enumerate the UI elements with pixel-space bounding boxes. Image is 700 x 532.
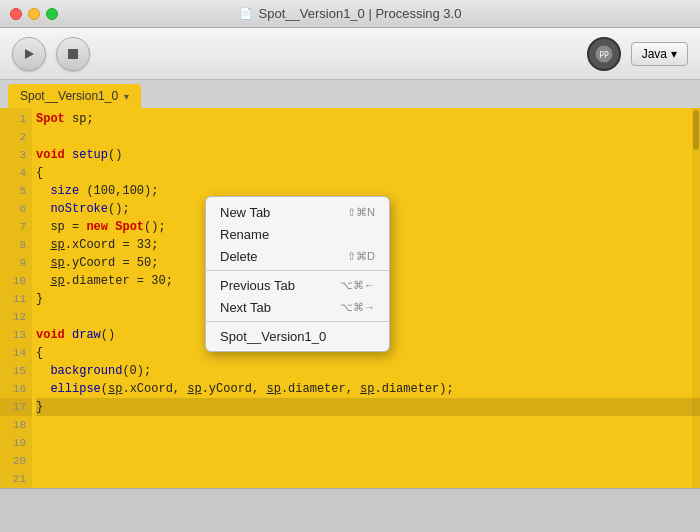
stop-button[interactable] [56, 37, 90, 71]
menu-item-previous-tab[interactable]: Previous Tab ⌥⌘← [206, 274, 389, 296]
svg-text:PP: PP [599, 51, 609, 60]
scrollbar[interactable] [692, 108, 700, 488]
line-numbers: 1 2 3 4 5 6 7 8 9 10 11 12 13 14 15 16 1… [0, 108, 32, 488]
code-line: { [36, 164, 700, 182]
java-label: Java [642, 47, 667, 61]
tab-dropdown-arrow[interactable]: ▾ [124, 91, 129, 102]
code-line [36, 416, 700, 434]
menu-label: Rename [220, 227, 269, 242]
menu-item-rename[interactable]: Rename [206, 223, 389, 245]
code-line: } [36, 398, 700, 416]
title-bar: 📄 Spot__Version1_0 | Processing 3.0 [0, 0, 700, 28]
menu-shortcut: ⌥⌘← [340, 279, 375, 292]
menu-item-delete[interactable]: Delete ⇧⌘D [206, 245, 389, 267]
run-button[interactable] [12, 37, 46, 71]
menu-shortcut: ⇧⌘D [347, 250, 375, 263]
code-line [36, 452, 700, 470]
menu-label: New Tab [220, 205, 270, 220]
code-line [36, 434, 700, 452]
close-button[interactable] [10, 8, 22, 20]
chevron-down-icon: ▾ [671, 47, 677, 61]
code-line [36, 128, 700, 146]
svg-marker-0 [25, 49, 34, 59]
file-icon: 📄 [239, 7, 253, 20]
menu-divider [206, 321, 389, 322]
minimize-button[interactable] [28, 8, 40, 20]
menu-divider [206, 270, 389, 271]
menu-shortcut: ⇧⌘N [347, 206, 375, 219]
code-line [36, 470, 700, 488]
menu-shortcut: ⌥⌘→ [340, 301, 375, 314]
java-mode-button[interactable]: Java ▾ [631, 42, 688, 66]
editor[interactable]: 1 2 3 4 5 6 7 8 9 10 11 12 13 14 15 16 1… [0, 108, 700, 488]
code-line: Spot sp; [36, 110, 700, 128]
window-title: 📄 Spot__Version1_0 | Processing 3.0 [239, 6, 462, 21]
tab-label: Spot__Version1_0 [20, 89, 118, 103]
menu-label: Next Tab [220, 300, 271, 315]
menu-item-spot-version[interactable]: Spot__Version1_0 [206, 325, 389, 347]
menu-label: Previous Tab [220, 278, 295, 293]
menu-label: Delete [220, 249, 258, 264]
active-tab[interactable]: Spot__Version1_0 ▾ [8, 84, 141, 108]
menu-label: Spot__Version1_0 [220, 329, 326, 344]
code-line: void setup() [36, 146, 700, 164]
menu-item-new-tab[interactable]: New Tab ⇧⌘N [206, 201, 389, 223]
menu-item-next-tab[interactable]: Next Tab ⌥⌘→ [206, 296, 389, 318]
context-menu: New Tab ⇧⌘N Rename Delete ⇧⌘D Previous T… [205, 196, 390, 352]
pp-icon[interactable]: PP [587, 37, 621, 71]
svg-rect-1 [68, 49, 78, 59]
toolbar: PP Java ▾ [0, 28, 700, 80]
maximize-button[interactable] [46, 8, 58, 20]
code-line: ellipse(sp.xCoord, sp.yCoord, sp.diamete… [36, 380, 700, 398]
traffic-lights[interactable] [0, 8, 58, 20]
title-label: Spot__Version1_0 | Processing 3.0 [259, 6, 462, 21]
bottom-bar [0, 488, 700, 532]
tab-bar: Spot__Version1_0 ▾ [0, 80, 700, 108]
code-line: background(0); [36, 362, 700, 380]
scrollbar-thumb[interactable] [693, 110, 699, 150]
